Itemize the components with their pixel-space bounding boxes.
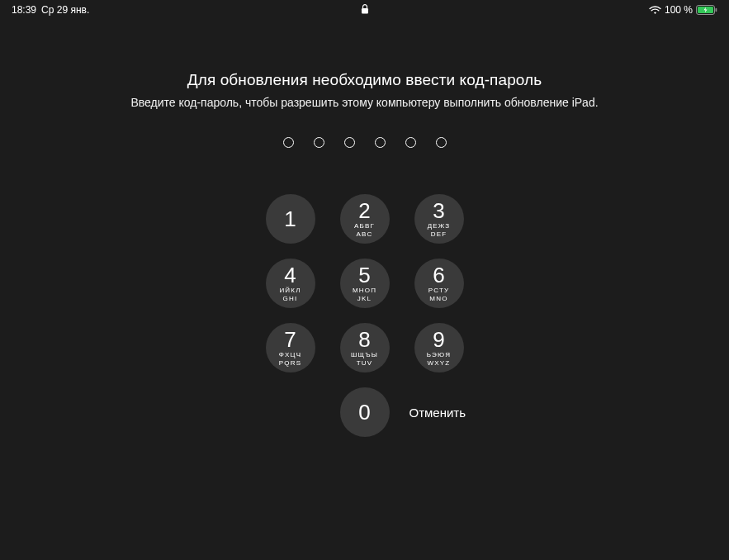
key-digit: 9	[433, 329, 444, 350]
keypad-button-3[interactable]: 3 ДЕЖЗDEF	[414, 194, 464, 244]
key-digit: 0	[358, 401, 370, 423]
passcode-dots	[283, 137, 447, 148]
key-digit: 8	[358, 329, 370, 350]
key-letters: АБВГABC	[354, 222, 375, 238]
key-letters: МНОПJKL	[353, 287, 376, 302]
passcode-dot	[405, 137, 416, 148]
cancel-button[interactable]: Отменить	[409, 406, 466, 420]
passcode-dot	[375, 137, 386, 148]
svg-rect-3	[716, 8, 717, 12]
key-digit: 7	[284, 329, 296, 350]
key-digit: 3	[433, 200, 444, 221]
keypad-button-7[interactable]: 7 ФХЦЧPQRS	[266, 323, 315, 373]
keypad-button-8[interactable]: 8 ШЩЪЫTUV	[340, 323, 390, 373]
status-bar: 18:39 Ср 29 янв. 100 %	[0, 0, 729, 17]
key-digit: 6	[433, 264, 444, 286]
passcode-dot	[314, 137, 324, 148]
keypad-button-5[interactable]: 5 МНОПJKL	[340, 259, 390, 308]
key-digit: 4	[284, 264, 296, 286]
key-letters: ФХЦЧPQRS	[279, 351, 301, 367]
wifi-icon	[649, 6, 661, 15]
battery-text: 100 %	[665, 4, 693, 16]
status-left: 18:39 Ср 29 янв.	[12, 4, 89, 16]
key-letters: РСТУMNO	[428, 287, 450, 302]
key-letters: ДЕЖЗDEF	[428, 222, 451, 238]
svg-rect-0	[362, 8, 368, 14]
keypad-button-4[interactable]: 4 ИЙКЛGHI	[266, 259, 315, 308]
key-digit: 2	[358, 200, 370, 221]
status-time: 18:39	[12, 4, 36, 16]
keypad-button-0[interactable]: 0	[340, 387, 390, 437]
keypad: 1 2 АБВГABC 3 ДЕЖЗDEF 4 ИЙКЛGHI	[266, 194, 464, 437]
status-date: Ср 29 янв.	[41, 4, 89, 16]
keypad-button-6[interactable]: 6 РСТУMNO	[414, 259, 464, 308]
page-subtitle: Введите код-пароль, чтобы разрешить этом…	[130, 96, 598, 109]
keypad-button-1[interactable]: 1	[266, 194, 315, 244]
keypad-button-2[interactable]: 2 АБВГABC	[340, 194, 390, 244]
key-digit: 1	[284, 208, 296, 230]
status-right: 100 %	[649, 4, 717, 16]
lock-icon	[361, 4, 368, 14]
passcode-dot	[344, 137, 355, 148]
battery-charging-icon	[696, 5, 717, 15]
keypad-button-9[interactable]: 9 ЬЭЮЯWXYZ	[414, 323, 464, 373]
key-letters: ИЙКЛGHI	[279, 287, 301, 302]
key-digit: 5	[358, 264, 370, 286]
key-letters: ЬЭЮЯWXYZ	[427, 351, 452, 367]
passcode-dot	[436, 137, 447, 148]
page-title: Для обновления необходимо ввести код-пар…	[187, 71, 542, 89]
passcode-dot	[283, 137, 294, 148]
key-letters: ШЩЪЫTUV	[351, 351, 378, 367]
